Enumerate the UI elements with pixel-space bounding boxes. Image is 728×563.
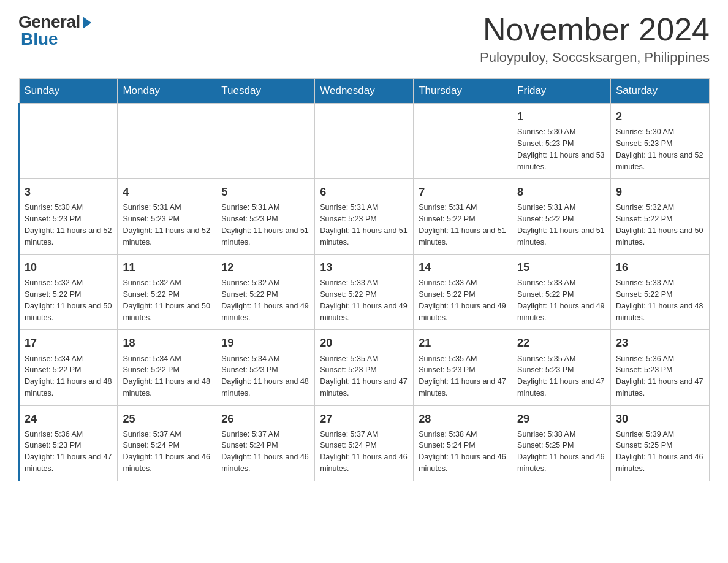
calendar-cell: 18Sunrise: 5:34 AMSunset: 5:22 PMDayligh… [118,330,216,405]
day-info: Sunrise: 5:33 AMSunset: 5:22 PMDaylight:… [616,277,704,323]
day-info: Sunrise: 5:36 AMSunset: 5:23 PMDaylight:… [616,353,704,399]
day-number: 18 [123,335,211,351]
calendar-cell [315,104,414,179]
day-info: Sunrise: 5:31 AMSunset: 5:23 PMDaylight:… [123,202,211,248]
calendar-week-row: 17Sunrise: 5:34 AMSunset: 5:22 PMDayligh… [19,330,710,405]
calendar-cell: 2Sunrise: 5:30 AMSunset: 5:23 PMDaylight… [611,104,710,179]
day-number: 16 [616,259,704,275]
calendar-week-row: 3Sunrise: 5:30 AMSunset: 5:23 PMDaylight… [19,179,710,255]
month-title: November 2024 [480,12,710,47]
day-number: 1 [517,109,605,124]
day-number: 17 [25,335,112,351]
logo-arrow-icon [83,17,91,29]
day-info: Sunrise: 5:33 AMSunset: 5:22 PMDaylight:… [320,277,408,323]
day-number: 6 [320,184,408,200]
calendar-cell [19,104,118,179]
calendar-cell: 5Sunrise: 5:31 AMSunset: 5:23 PMDaylight… [216,179,315,255]
day-number: 27 [320,411,408,427]
day-info: Sunrise: 5:30 AMSunset: 5:23 PMDaylight:… [517,126,605,172]
calendar-cell: 30Sunrise: 5:39 AMSunset: 5:25 PMDayligh… [611,405,710,481]
day-number: 30 [616,411,704,427]
weekday-header-thursday: Thursday [414,79,512,104]
day-number: 15 [517,259,605,275]
calendar-table: SundayMondayTuesdayWednesdayThursdayFrid… [18,78,710,481]
calendar-cell: 29Sunrise: 5:38 AMSunset: 5:25 PMDayligh… [512,405,611,481]
weekday-header-monday: Monday [118,79,216,104]
day-number: 5 [221,184,309,200]
day-number: 10 [25,259,112,275]
calendar-cell: 1Sunrise: 5:30 AMSunset: 5:23 PMDaylight… [512,104,611,179]
day-number: 3 [25,184,112,200]
calendar-week-row: 24Sunrise: 5:36 AMSunset: 5:23 PMDayligh… [19,405,710,481]
day-number: 13 [320,259,408,275]
day-info: Sunrise: 5:32 AMSunset: 5:22 PMDaylight:… [123,277,211,323]
calendar-cell: 23Sunrise: 5:36 AMSunset: 5:23 PMDayligh… [611,330,710,405]
day-info: Sunrise: 5:30 AMSunset: 5:23 PMDaylight:… [25,202,112,248]
calendar-cell: 15Sunrise: 5:33 AMSunset: 5:22 PMDayligh… [512,255,611,330]
weekday-header-sunday: Sunday [19,79,118,104]
day-info: Sunrise: 5:38 AMSunset: 5:25 PMDaylight:… [517,429,605,475]
day-number: 21 [419,335,507,351]
day-info: Sunrise: 5:31 AMSunset: 5:22 PMDaylight:… [419,202,507,248]
day-info: Sunrise: 5:32 AMSunset: 5:22 PMDaylight:… [25,277,112,323]
calendar-cell: 28Sunrise: 5:38 AMSunset: 5:24 PMDayligh… [414,405,512,481]
weekday-header-row: SundayMondayTuesdayWednesdayThursdayFrid… [19,79,710,104]
calendar-cell: 14Sunrise: 5:33 AMSunset: 5:22 PMDayligh… [414,255,512,330]
calendar-cell: 13Sunrise: 5:33 AMSunset: 5:22 PMDayligh… [315,255,414,330]
calendar-cell: 22Sunrise: 5:35 AMSunset: 5:23 PMDayligh… [512,330,611,405]
calendar-week-row: 10Sunrise: 5:32 AMSunset: 5:22 PMDayligh… [19,255,710,330]
calendar-cell: 7Sunrise: 5:31 AMSunset: 5:22 PMDaylight… [414,179,512,255]
title-area: November 2024 Puloypuloy, Soccsksargen, … [480,12,710,66]
calendar-cell: 9Sunrise: 5:32 AMSunset: 5:22 PMDaylight… [611,179,710,255]
calendar-cell: 27Sunrise: 5:37 AMSunset: 5:24 PMDayligh… [315,405,414,481]
day-number: 28 [419,411,507,427]
calendar-cell: 19Sunrise: 5:34 AMSunset: 5:23 PMDayligh… [216,330,315,405]
day-info: Sunrise: 5:31 AMSunset: 5:23 PMDaylight:… [320,202,408,248]
day-info: Sunrise: 5:33 AMSunset: 5:22 PMDaylight:… [517,277,605,323]
day-info: Sunrise: 5:34 AMSunset: 5:22 PMDaylight:… [123,353,211,399]
day-number: 29 [517,411,605,427]
day-number: 11 [123,259,211,275]
logo-blue-text: Blue [18,29,58,49]
calendar-cell: 21Sunrise: 5:35 AMSunset: 5:23 PMDayligh… [414,330,512,405]
calendar-cell: 8Sunrise: 5:31 AMSunset: 5:22 PMDaylight… [512,179,611,255]
calendar-cell: 16Sunrise: 5:33 AMSunset: 5:22 PMDayligh… [611,255,710,330]
day-info: Sunrise: 5:32 AMSunset: 5:22 PMDaylight:… [221,277,309,323]
day-info: Sunrise: 5:34 AMSunset: 5:22 PMDaylight:… [25,353,112,399]
day-info: Sunrise: 5:34 AMSunset: 5:23 PMDaylight:… [221,353,309,399]
day-number: 4 [123,184,211,200]
calendar-cell: 26Sunrise: 5:37 AMSunset: 5:24 PMDayligh… [216,405,315,481]
day-info: Sunrise: 5:37 AMSunset: 5:24 PMDaylight:… [221,429,309,475]
calendar-week-row: 1Sunrise: 5:30 AMSunset: 5:23 PMDaylight… [19,104,710,179]
day-number: 23 [616,335,704,351]
day-number: 14 [419,259,507,275]
day-number: 19 [221,335,309,351]
calendar-cell: 20Sunrise: 5:35 AMSunset: 5:23 PMDayligh… [315,330,414,405]
calendar-cell: 17Sunrise: 5:34 AMSunset: 5:22 PMDayligh… [19,330,118,405]
day-info: Sunrise: 5:30 AMSunset: 5:23 PMDaylight:… [616,126,704,172]
day-number: 9 [616,184,704,200]
calendar-cell: 6Sunrise: 5:31 AMSunset: 5:23 PMDaylight… [315,179,414,255]
calendar-cell: 10Sunrise: 5:32 AMSunset: 5:22 PMDayligh… [19,255,118,330]
day-info: Sunrise: 5:35 AMSunset: 5:23 PMDaylight:… [419,353,507,399]
calendar-cell: 25Sunrise: 5:37 AMSunset: 5:24 PMDayligh… [118,405,216,481]
weekday-header-saturday: Saturday [611,79,710,104]
day-info: Sunrise: 5:33 AMSunset: 5:22 PMDaylight:… [419,277,507,323]
day-number: 7 [419,184,507,200]
logo: General Blue [18,12,91,49]
calendar-cell [216,104,315,179]
day-number: 24 [25,411,112,427]
day-info: Sunrise: 5:35 AMSunset: 5:23 PMDaylight:… [320,353,408,399]
calendar-cell [118,104,216,179]
day-number: 25 [123,411,211,427]
weekday-header-wednesday: Wednesday [315,79,414,104]
day-info: Sunrise: 5:37 AMSunset: 5:24 PMDaylight:… [320,429,408,475]
calendar-cell: 3Sunrise: 5:30 AMSunset: 5:23 PMDaylight… [19,179,118,255]
calendar-cell: 4Sunrise: 5:31 AMSunset: 5:23 PMDaylight… [118,179,216,255]
location-title: Puloypuloy, Soccsksargen, Philippines [480,50,710,66]
day-info: Sunrise: 5:37 AMSunset: 5:24 PMDaylight:… [123,429,211,475]
day-info: Sunrise: 5:38 AMSunset: 5:24 PMDaylight:… [419,429,507,475]
page-header: General Blue November 2024 Puloypuloy, S… [18,12,710,66]
calendar-cell: 11Sunrise: 5:32 AMSunset: 5:22 PMDayligh… [118,255,216,330]
weekday-header-friday: Friday [512,79,611,104]
